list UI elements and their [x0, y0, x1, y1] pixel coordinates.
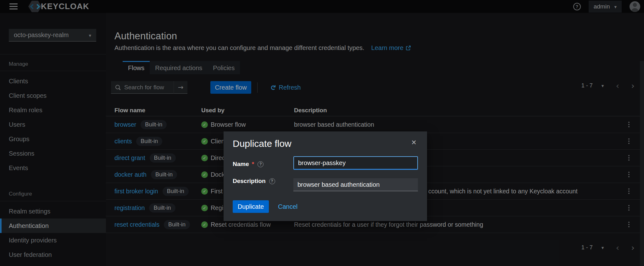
flow-name-input[interactable]	[293, 156, 418, 170]
help-icon[interactable]	[258, 161, 264, 167]
name-field-label: Name *	[233, 161, 264, 168]
required-indicator: *	[252, 161, 254, 168]
cancel-button[interactable]: Cancel	[278, 200, 297, 213]
close-icon[interactable]	[411, 138, 416, 147]
name-label-text: Name	[233, 161, 249, 168]
description-field-label: Description	[233, 178, 275, 185]
description-label-text: Description	[233, 178, 266, 185]
keycloak-admin-console: { "masthead": { "brand": "KEYCLOAK", "us…	[0, 0, 644, 266]
duplicate-flow-modal: Duplicate flow Name * Description Duplic…	[224, 131, 427, 221]
help-icon[interactable]	[269, 178, 275, 184]
modal-title: Duplicate flow	[233, 138, 291, 149]
flow-description-input[interactable]	[293, 178, 418, 191]
duplicate-button[interactable]: Duplicate	[233, 200, 269, 213]
